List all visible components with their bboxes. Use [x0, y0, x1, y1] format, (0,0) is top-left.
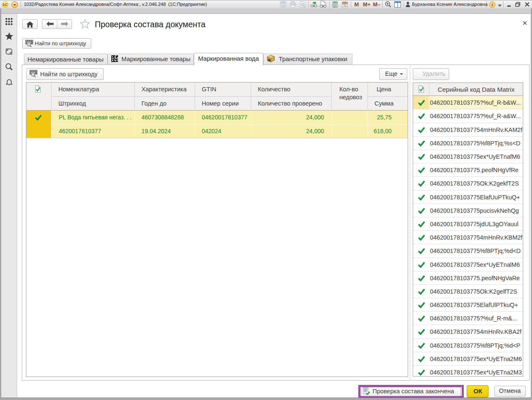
- svg-text:i: i: [492, 3, 493, 7]
- svg-text:31: 31: [343, 3, 347, 8]
